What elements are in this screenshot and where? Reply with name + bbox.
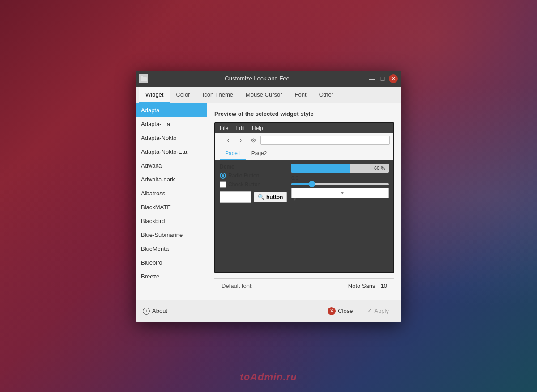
font-name: Noto Sans	[348, 282, 375, 289]
preview-window: File Edit Help ‹ › ⊗ Page1 Page2	[214, 122, 394, 273]
sidebar-item-albatross[interactable]: Albatross	[136, 186, 207, 200]
demo-right: 60 % 0.0 ▼	[291, 164, 389, 203]
search-button-label: button	[266, 194, 283, 200]
maximize-button[interactable]: □	[378, 74, 387, 83]
preview-tab-page1[interactable]: Page1	[220, 148, 246, 160]
preview-menubar: File Edit Help	[215, 123, 393, 133]
address-bar[interactable]	[260, 136, 390, 145]
close-button[interactable]: ✕ Close	[322, 305, 358, 317]
preview-title: Preview of the selected widget style	[214, 110, 394, 117]
font-label: Default font:	[222, 282, 348, 289]
window-icon	[139, 74, 148, 83]
demo-radio[interactable]: Radio Button	[220, 173, 287, 179]
window-title: Customize Look and Feel	[152, 75, 364, 82]
checkbox-indicator	[220, 181, 226, 188]
demo-section: Demo Radio Button Check Button	[215, 160, 393, 207]
radio-button-indicator	[220, 173, 226, 179]
sidebar-item-bluementa[interactable]: BlueMenta	[136, 242, 207, 256]
progress-text: 60 %	[374, 165, 385, 171]
content-area: Adapta Adapta-Eta Adapta-Nokto Adapta-No…	[136, 103, 401, 300]
apply-label: Apply	[374, 308, 389, 314]
about-label: About	[152, 308, 167, 314]
close-window-button[interactable]: ✕	[389, 74, 398, 83]
preview-tab-page2[interactable]: Page2	[246, 148, 273, 160]
main-window: Customize Look and Feel — □ ✕ Widget Col…	[136, 71, 401, 322]
slider-thumb[interactable]	[309, 181, 315, 187]
demo-left: Demo Radio Button Check Button	[220, 164, 287, 203]
tab-color[interactable]: Color	[170, 87, 196, 103]
window-controls: — □ ✕	[367, 74, 398, 83]
progress-fill	[291, 164, 350, 173]
svg-rect-0	[141, 77, 147, 81]
radio-button-label: Radio Button	[228, 173, 259, 179]
preview-menu-help[interactable]: Help	[252, 125, 263, 131]
close-x-icon: ✕	[328, 307, 336, 315]
font-row: Default font: Noto Sans 10	[214, 278, 394, 293]
search-icon: 🔍	[258, 194, 264, 200]
sidebar-item-blackbird[interactable]: Blackbird	[136, 214, 207, 228]
tab-font[interactable]: Font	[289, 87, 313, 103]
slider-fill	[291, 183, 311, 185]
sidebar-item-adapta-nokto-eta[interactable]: Adapta-Nokto-Eta	[136, 145, 207, 159]
demo-checkbox[interactable]: Check Button	[220, 181, 287, 188]
sidebar-item-adwaita-dark[interactable]: Adwaita-dark	[136, 173, 207, 186]
tab-other[interactable]: Other	[313, 87, 340, 103]
sidebar-item-adapta-nokto[interactable]: Adapta-Nokto	[136, 131, 207, 145]
sidebar-item-blackmate[interactable]: BlackMATE	[136, 200, 207, 214]
apply-button[interactable]: ✓ Apply	[362, 305, 394, 316]
slider-track[interactable]	[291, 183, 389, 185]
checkbox-label: Check Button	[228, 181, 260, 188]
tab-bar: Widget Color Icon Theme Mouse Cursor Fon…	[136, 87, 401, 103]
sidebar-item-blue-submarine[interactable]: Blue-Submarine	[136, 228, 207, 242]
preview-menu-file[interactable]: File	[220, 125, 228, 131]
sidebar-item-adapta[interactable]: Adapta	[136, 103, 207, 117]
sidebar-item-adapta-eta[interactable]: Adapta-Eta	[136, 117, 207, 131]
forward-button[interactable]: ›	[235, 135, 246, 146]
sidebar-item-breeze[interactable]: Breeze	[136, 270, 207, 283]
titlebar: Customize Look and Feel — □ ✕	[136, 71, 401, 87]
main-panel: Preview of the selected widget style Fil…	[207, 103, 401, 300]
watermark: toAdmin.ru	[240, 371, 297, 383]
slider-value-label: 0.0	[291, 175, 389, 181]
widget-sidebar: Adapta Adapta-Eta Adapta-Nokto Adapta-No…	[136, 103, 207, 300]
footer: i About ✕ Close ✓ Apply	[136, 300, 401, 322]
dropdown-arrow-icon: ▼	[340, 190, 386, 195]
close-label: Close	[338, 308, 353, 314]
font-size: 10	[381, 282, 387, 289]
sidebar-item-adwaita[interactable]: Adwaita	[136, 159, 207, 173]
tab-mouse-cursor[interactable]: Mouse Cursor	[239, 87, 289, 103]
dropdown-control[interactable]: ▼	[291, 188, 389, 198]
preview-tabs: Page1 Page2	[215, 148, 393, 160]
toolbar-separator	[220, 136, 220, 144]
preview-toolbar: ‹ › ⊗	[215, 133, 393, 148]
stop-button[interactable]: ⊗	[248, 135, 259, 146]
back-button[interactable]: ‹	[223, 135, 234, 146]
tab-widget[interactable]: Widget	[139, 87, 170, 103]
minimize-button[interactable]: —	[367, 74, 376, 83]
spinner-control[interactable]: ▲ ▼	[220, 191, 251, 203]
search-button[interactable]: 🔍 button	[254, 192, 287, 202]
apply-check-icon: ✓	[367, 308, 372, 314]
progress-bar: 60 %	[291, 164, 389, 173]
preview-menu-edit[interactable]: Edit	[235, 125, 245, 131]
about-icon: i	[143, 308, 150, 315]
about-button[interactable]: i About	[143, 308, 167, 315]
sidebar-item-bluebird[interactable]: Bluebird	[136, 256, 207, 270]
demo-label: Demo	[220, 164, 287, 170]
tab-icon-theme[interactable]: Icon Theme	[196, 87, 239, 103]
svg-rect-1	[141, 76, 143, 78]
